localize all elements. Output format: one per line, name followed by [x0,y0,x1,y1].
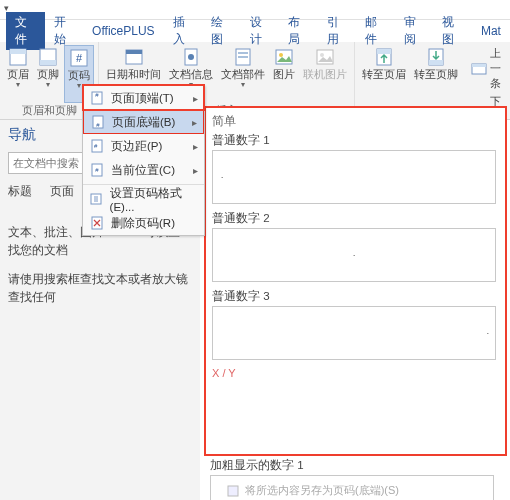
submenu-arrow-icon: ▸ [193,165,198,176]
svg-rect-20 [429,60,443,65]
gallery-item-label: 普通数字 1 [212,133,499,148]
prev-label: 上一条 [490,46,505,91]
save-selection-button[interactable]: 将所选内容另存为页码(底端)(S) [226,483,399,498]
page-number-menu: # 页面顶端(T) ▸ # 页面底端(B) ▸ # 页边距(P) ▸ # 当前位… [82,85,205,236]
ribbon-tabs: 文件 开始 OfficePLUS 插入 绘图 设计 布局 引用 邮件 审阅 视图… [0,20,510,42]
group-label-hf: 页眉和页脚 [22,104,77,118]
gallery-section-simple: 简单 [212,114,499,129]
goto-header-button[interactable]: 转至页眉 [359,45,409,103]
remove-icon [89,215,105,231]
goto-header-label: 转至页眉 [362,68,406,80]
hash-icon: # [69,48,89,68]
picture-button[interactable]: 图片 [270,45,298,103]
chevron-down-icon: ▾ [241,80,245,89]
menu-item-margin[interactable]: # 页边距(P) ▸ [83,134,204,158]
header-icon [8,47,28,67]
svg-rect-11 [238,52,248,54]
preview-number-icon: · [353,251,355,260]
svg-rect-7 [126,50,142,54]
gallery-item-label: 普通数字 2 [212,211,499,226]
prev-section-button[interactable]: 上一条 [469,45,507,92]
docparts-label: 文档部件 [221,68,265,80]
gallery-item-plain-1[interactable]: · [212,150,496,204]
gallery-item-label: 加粗显示的数字 1 [210,458,507,473]
svg-rect-22 [472,64,486,67]
preview-number-icon: · [487,329,489,338]
menu-label: 页面底端(B) [112,115,175,130]
svg-point-14 [279,53,283,57]
menu-label: 设置页码格式(E)... [110,186,198,213]
footer-label: 页脚 [37,68,59,80]
footer-button[interactable]: 页脚 ▾ [34,45,62,103]
gallery-item-label: 普通数字 3 [212,289,499,304]
picture-label: 图片 [273,68,295,80]
svg-point-9 [188,54,194,60]
menu-label: 页边距(P) [111,139,162,154]
page-number-gallery: 简单 普通数字 1 · 普通数字 2 · 普通数字 3 · X / Y [204,106,507,456]
goto-header-icon [374,47,394,67]
page-top-icon: # [89,90,105,106]
menu-label: 当前位置(C) [111,163,175,178]
goto-footer-icon [426,47,446,67]
online-picture-label: 联机图片 [303,68,347,80]
page-margin-icon: # [89,138,105,154]
datetime-label: 日期和时间 [106,68,161,80]
svg-rect-18 [377,49,391,54]
docparts-button[interactable]: 文档部件 ▾ [218,45,268,103]
menu-item-format[interactable]: 设置页码格式(E)... [83,187,204,211]
footer-icon [38,47,58,67]
chevron-down-icon: ▾ [46,80,50,89]
picture-icon [274,47,294,67]
goto-footer-label: 转至页脚 [414,68,458,80]
datetime-icon [124,47,144,67]
chevron-down-icon: ▾ [16,80,20,89]
online-picture-icon [315,47,335,67]
svg-text:#: # [76,52,83,64]
prev-icon [471,59,487,79]
menu-label: 删除页码(R) [111,216,175,231]
submenu-arrow-icon: ▸ [193,141,198,152]
gallery-section-xy: X / Y [212,367,499,379]
page-bottom-icon: # [90,114,106,130]
docparts-icon [233,47,253,67]
save-selection-label: 将所选内容另存为页码(底端)(S) [245,483,399,498]
page-current-icon: # [89,162,105,178]
nav-hint-2: 请使用搜索框查找文本或者放大镜查找任何 [8,270,192,307]
menu-item-top[interactable]: # 页面顶端(T) ▸ [83,86,204,110]
gallery-item-plain-2[interactable]: · [212,228,496,282]
chevron-down-icon: ▾ [77,81,81,90]
format-icon [89,191,104,207]
gallery-item-plain-3[interactable]: · [212,306,496,360]
svg-rect-37 [228,486,238,496]
menu-item-bottom[interactable]: # 页面底端(B) ▸ [83,110,204,134]
submenu-arrow-icon: ▸ [193,93,198,104]
svg-rect-12 [238,56,248,58]
nav-tab-heading[interactable]: 标题 [8,184,32,199]
svg-rect-1 [10,49,26,54]
preview-number-icon: · [221,173,223,182]
tab-mat[interactable]: Mat [472,22,510,40]
goto-footer-button[interactable]: 转至页脚 [411,45,461,103]
svg-rect-3 [40,60,56,65]
tab-officeplus[interactable]: OfficePLUS [83,22,163,40]
docinfo-label: 文档信息 [169,68,213,80]
svg-point-16 [320,53,324,57]
header-label: 页眉 [7,68,29,80]
menu-item-current[interactable]: # 当前位置(C) ▸ [83,158,204,182]
menu-item-remove[interactable]: 删除页码(R) [83,211,204,235]
header-button[interactable]: 页眉 ▾ [4,45,32,103]
docinfo-icon [181,47,201,67]
online-picture-button[interactable]: 联机图片 [300,45,350,103]
save-icon [226,484,240,498]
page-number-label: 页码 [68,69,90,81]
nav-tab-page[interactable]: 页面 [50,184,74,199]
menu-label: 页面顶端(T) [111,91,174,106]
submenu-arrow-icon: ▸ [192,117,197,128]
